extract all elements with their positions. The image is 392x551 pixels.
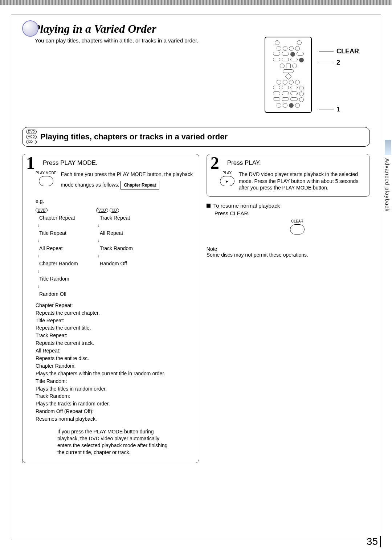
def-desc: Repeats the entire disc. bbox=[36, 355, 186, 362]
arrow-down-icon: ↓ bbox=[37, 269, 78, 274]
tag-vcd: VCD bbox=[26, 135, 37, 139]
play-mode-tip: If you press the PLAY MODE button during… bbox=[57, 428, 171, 456]
remote-outline bbox=[265, 37, 312, 113]
def-desc: Plays the tracks in random order. bbox=[36, 400, 186, 407]
disc-type-tags: DVD VCD CD bbox=[26, 130, 37, 144]
def-desc: Plays the titles in random order. bbox=[36, 385, 186, 392]
def-desc: Plays the chapters within the current ti… bbox=[36, 370, 186, 377]
play-button-label: PLAY bbox=[222, 171, 232, 175]
section-title: Playing titles, chapters or tracks in a … bbox=[40, 132, 228, 142]
arrow-down-icon: ↓ bbox=[98, 238, 133, 243]
clear-button-label: CLEAR bbox=[291, 219, 303, 223]
page-frame: Playing in a Varied Order You can play t… bbox=[11, 15, 381, 540]
mode-random-off-cd: Random Off bbox=[96, 261, 133, 266]
note-body: Some discs may not permit these operatio… bbox=[207, 252, 370, 258]
mode-title-random: Title Random bbox=[36, 276, 78, 282]
def-desc: Repeats the current track. bbox=[36, 340, 186, 347]
def-term: Random Off (Repeat Off): bbox=[36, 408, 186, 415]
mode-chapter-random: Chapter Random bbox=[36, 261, 78, 266]
callout-2: 2 bbox=[319, 59, 340, 66]
def-term: Title Random: bbox=[36, 378, 186, 385]
resume-heading: To resume normal playback bbox=[213, 203, 280, 209]
arrow-down-icon: ↓ bbox=[98, 253, 133, 258]
step-2-number: 2 bbox=[211, 154, 219, 172]
callout-clear: CLEAR bbox=[319, 48, 359, 55]
side-tab-label: Advanced playback bbox=[384, 156, 391, 214]
remote-callouts: CLEAR 2 1 bbox=[319, 37, 359, 113]
step-2-heading: Press PLAY. bbox=[227, 159, 364, 167]
play-icon: ▸ bbox=[220, 176, 234, 186]
dvd-mode-list: DVD Chapter Repeat ↓ Title Repeat ↓ All … bbox=[36, 207, 78, 297]
tag-dvd-small: DVD bbox=[36, 208, 48, 213]
play-button-graphic: PLAY ▸ bbox=[220, 171, 234, 186]
resume-section: To resume normal playback Press CLEAR. C… bbox=[207, 203, 370, 234]
remote-diagram: CLEAR 2 1 bbox=[265, 37, 359, 113]
step-1-heading: Press PLAY MODE. bbox=[43, 159, 193, 167]
decorative-orb bbox=[22, 20, 38, 37]
def-desc: Repeats the current title. bbox=[36, 325, 186, 331]
mode-chapter-repeat: Chapter Repeat bbox=[36, 215, 78, 221]
step-2-body: The DVD video player starts playback in … bbox=[239, 171, 364, 192]
arrow-down-icon: ↓ bbox=[98, 223, 133, 228]
def-term: Chapter Random: bbox=[36, 363, 186, 370]
scan-artifact-top bbox=[0, 0, 392, 5]
mode-all-repeat: All Repeat bbox=[36, 245, 78, 251]
step-1-card: 1 Press PLAY MODE. PLAY MODE Each time y… bbox=[22, 154, 199, 463]
step-1-body: Each time you press the PLAY MODE button… bbox=[61, 171, 193, 189]
square-bullet-icon bbox=[207, 204, 211, 208]
mode-title-repeat: Title Repeat bbox=[36, 230, 78, 236]
mode-definitions: Chapter Repeat:Repeats the current chapt… bbox=[36, 302, 186, 423]
cd-mode-list: VCD CD Track Repeat ↓ All Repeat ↓ Track… bbox=[96, 207, 133, 297]
def-desc: Resumes normal playback. bbox=[36, 416, 186, 423]
play-mode-button-label: PLAY MODE bbox=[36, 171, 56, 175]
resume-instruction: Press CLEAR. bbox=[215, 210, 370, 216]
section-header: DVD VCD CD Playing titles, chapters or t… bbox=[22, 127, 370, 147]
callout-1: 1 bbox=[319, 106, 340, 113]
arrow-down-icon: ↓ bbox=[37, 223, 78, 228]
example-label: e.g. bbox=[36, 198, 186, 204]
button-icon bbox=[290, 224, 305, 234]
def-term: Title Repeat: bbox=[36, 317, 186, 324]
tag-cd: CD bbox=[26, 140, 37, 144]
step-1-number: 1 bbox=[26, 154, 35, 172]
mode-track-repeat: Track Repeat bbox=[96, 215, 133, 221]
def-term: Chapter Repeat: bbox=[36, 302, 186, 309]
note-heading: Note bbox=[207, 246, 370, 252]
mode-all-repeat-cd: All Repeat bbox=[96, 230, 133, 236]
def-term: Track Random: bbox=[36, 393, 186, 400]
mode-track-random: Track Random bbox=[96, 245, 133, 251]
page-number: 35 bbox=[367, 536, 381, 547]
def-term: Track Repeat: bbox=[36, 332, 186, 339]
page-title: Playing in a Varied Order bbox=[33, 22, 370, 36]
def-term: All Repeat: bbox=[36, 347, 186, 354]
arrow-down-icon: ↓ bbox=[37, 253, 78, 258]
arrow-down-icon: ↓ bbox=[37, 284, 78, 289]
mode-random-off: Random Off bbox=[36, 291, 78, 297]
step-2-card: 2 Press PLAY. PLAY ▸ The DVD video playe… bbox=[207, 154, 370, 197]
tag-cd-small: CD bbox=[110, 208, 119, 213]
clear-button-graphic: CLEAR bbox=[225, 219, 370, 234]
side-tab-strip bbox=[385, 140, 391, 155]
play-mode-button-graphic: PLAY MODE bbox=[36, 171, 56, 186]
button-icon bbox=[39, 176, 53, 186]
tag-vcd-small: VCD bbox=[96, 208, 108, 213]
def-desc: Repeats the current chapter. bbox=[36, 310, 186, 317]
arrow-down-icon: ↓ bbox=[37, 238, 78, 243]
osd-indicator: Chapter Repeat bbox=[121, 181, 159, 189]
note-block: Note Some discs may not permit these ope… bbox=[207, 246, 370, 258]
tag-dvd: DVD bbox=[26, 130, 37, 134]
